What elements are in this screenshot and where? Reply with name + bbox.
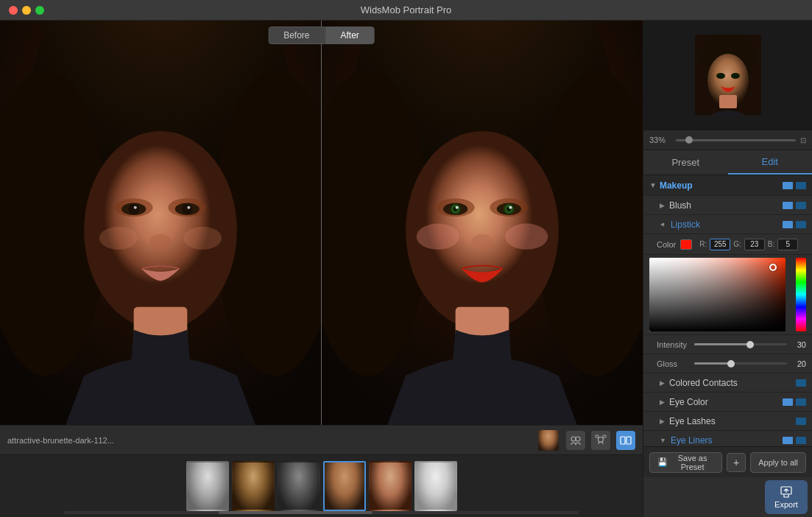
preset-edit-tabs: Preset Edit	[643, 150, 812, 175]
filmstrip-item[interactable]	[186, 461, 229, 511]
face-detect-icon[interactable]	[591, 431, 610, 450]
eye-liners-toggle-off[interactable]	[796, 437, 806, 444]
filmstrip-item-active[interactable]	[323, 461, 366, 511]
g-label: G:	[733, 240, 741, 248]
tab-preset[interactable]: Preset	[643, 150, 728, 175]
traffic-lights	[9, 6, 44, 15]
contacts-title: Colored Contacts	[669, 378, 793, 388]
colored-contacts-item[interactable]: ▶ Colored Contacts	[643, 373, 812, 393]
after-photo	[322, 21, 643, 425]
filename-label: attractive-brunette-dark-112...	[7, 436, 531, 445]
before-button[interactable]: Before	[268, 27, 325, 44]
svg-point-39	[576, 437, 580, 441]
eye-lashes-toggle[interactable]	[796, 418, 806, 425]
makeup-arrow-icon: ▼	[649, 181, 657, 189]
tab-edit[interactable]: Edit	[728, 150, 813, 175]
eye-lashes-title: Eye Lashes	[669, 416, 793, 426]
contacts-arrow-icon: ▶	[660, 379, 665, 387]
preview-thumb	[695, 35, 761, 116]
maximize-button[interactable]	[35, 6, 44, 15]
svg-point-35	[471, 234, 493, 250]
blush-icons	[783, 202, 806, 209]
gloss-value: 20	[791, 359, 806, 368]
lipstick-arrow-icon: ▼	[659, 221, 666, 228]
r-value[interactable]: 255	[710, 239, 730, 250]
zoom-slider-track[interactable]	[676, 139, 796, 141]
filmstrip-item[interactable]	[232, 461, 275, 511]
contacts-toggle[interactable]	[796, 379, 806, 387]
lipstick-item[interactable]: ▼ Lipstick	[643, 215, 812, 234]
add-button[interactable]: +	[727, 453, 746, 472]
eye-lashes-item[interactable]: ▶ Eye Lashes	[643, 412, 812, 431]
main-layout: Before After	[0, 21, 812, 517]
gloss-thumb	[727, 360, 735, 367]
blush-toggle-off[interactable]	[796, 202, 806, 209]
right-panel: 33% ⊡ Preset Edit ▼ Makeup	[643, 21, 812, 517]
zoom-fit-icon[interactable]: ⊡	[800, 136, 806, 144]
image-area: Before After	[0, 21, 643, 517]
app-title: WidsMob Portrait Pro	[361, 4, 452, 15]
svg-point-49	[716, 73, 725, 79]
eye-color-toggle-on[interactable]	[783, 398, 793, 406]
lipstick-toggle-on[interactable]	[783, 221, 793, 228]
filmstrip-scroll-thumb	[219, 511, 373, 514]
active-thumb-small[interactable]	[537, 429, 560, 452]
picker-gap	[788, 258, 793, 331]
view-toggle-icon[interactable]	[616, 431, 635, 450]
eye-color-arrow-icon: ▶	[660, 398, 665, 406]
filmstrip-scrollbar[interactable]	[64, 511, 578, 514]
save-preset-button[interactable]: 💾 Save as Preset	[649, 452, 722, 473]
color-swatch[interactable]	[680, 239, 692, 250]
save-preset-label: Save as Preset	[671, 454, 714, 471]
gloss-track[interactable]	[694, 362, 787, 365]
blush-item[interactable]: ▶ Blush	[643, 196, 812, 215]
adj-panel[interactable]: ▼ Makeup ▶ Blush ▼ Lipstick	[643, 175, 812, 446]
lipstick-toggle-off[interactable]	[796, 221, 806, 228]
zoom-slider-thumb	[685, 136, 693, 144]
gloss-label: Gloss	[657, 359, 690, 368]
bottom-action-bar: 💾 Save as Preset + Apply to all	[643, 446, 812, 477]
gloss-fill	[694, 362, 731, 365]
eye-liners-icons	[783, 437, 806, 444]
svg-point-38	[571, 437, 576, 441]
eye-liners-item[interactable]: ▼ Eye Liners	[643, 431, 812, 446]
minimize-button[interactable]	[22, 6, 31, 15]
intensity-fill	[694, 343, 750, 345]
color-picker-area	[643, 255, 812, 335]
add-icon: +	[733, 457, 739, 468]
filmstrip-item[interactable]	[414, 461, 457, 511]
intensity-value: 30	[791, 340, 806, 349]
makeup-toggle-off[interactable]	[796, 182, 806, 189]
before-after-bar: Before After	[268, 27, 375, 44]
makeup-toggle-on[interactable]	[783, 182, 793, 189]
svg-rect-41	[596, 435, 599, 437]
svg-point-50	[731, 73, 740, 79]
intensity-label: Intensity	[657, 340, 690, 349]
filmstrip-item[interactable]	[369, 461, 412, 511]
filmstrip-item[interactable]	[278, 461, 320, 511]
preview-area	[643, 21, 812, 130]
titlebar: WidsMob Portrait Pro	[0, 0, 812, 21]
export-button[interactable]: Export	[765, 480, 808, 514]
eye-color-icons	[783, 398, 806, 406]
g-value[interactable]: 23	[744, 239, 765, 250]
filmstrip	[0, 454, 643, 517]
makeup-title: Makeup	[660, 180, 780, 191]
color-picker-main[interactable]	[649, 258, 785, 331]
color-picker-hue[interactable]	[796, 258, 806, 331]
b-value[interactable]: 5	[777, 239, 798, 250]
close-button[interactable]	[9, 6, 18, 15]
makeup-section-header[interactable]: ▼ Makeup	[643, 175, 812, 196]
face-compare-icon[interactable]	[566, 431, 585, 450]
after-button[interactable]: After	[325, 27, 375, 44]
blush-toggle-on[interactable]	[783, 202, 793, 209]
eye-color-toggle-off[interactable]	[796, 398, 806, 406]
eye-liners-toggle-on[interactable]	[783, 437, 793, 444]
apply-all-button[interactable]: Apply to all	[750, 452, 806, 473]
eye-color-item[interactable]: ▶ Eye Color	[643, 393, 812, 412]
blush-title: Blush	[669, 200, 780, 211]
svg-point-11	[182, 204, 193, 215]
makeup-section-icons	[783, 182, 806, 189]
svg-point-15	[99, 227, 138, 250]
intensity-track[interactable]	[694, 343, 787, 345]
